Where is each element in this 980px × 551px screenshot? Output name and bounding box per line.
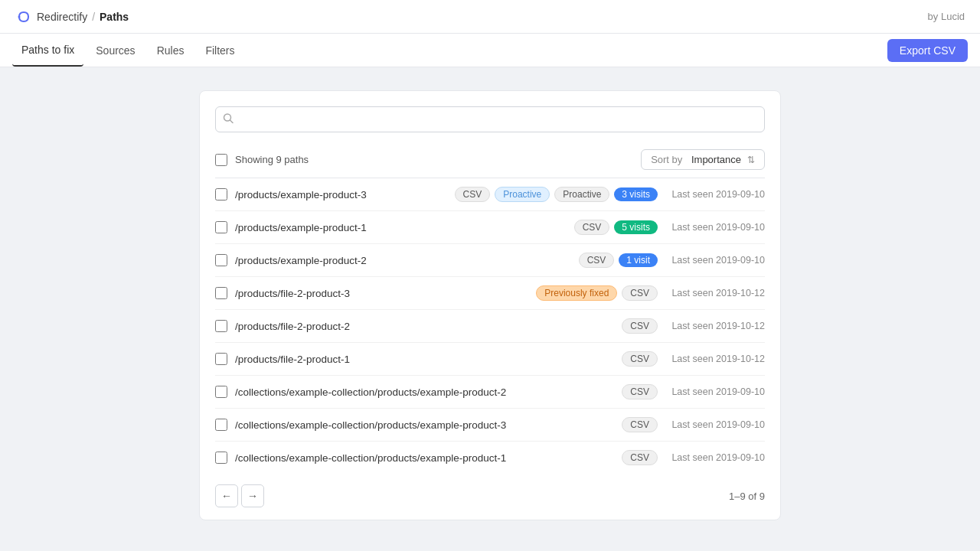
csv-badge: CSV [622, 417, 658, 432]
proactive-badge: Proactive [554, 187, 609, 202]
table-header-left: Showing 9 paths [215, 154, 309, 166]
sort-arrows-icon: ⇅ [747, 155, 755, 165]
nav-links: Paths to fix Sources Rules Filters [12, 34, 244, 67]
row-checkbox[interactable] [215, 452, 227, 464]
page-title: Paths [100, 11, 129, 23]
row-badges: CSV [622, 384, 658, 399]
export-csv-button[interactable]: Export CSV [887, 39, 968, 62]
csv-badge: CSV [622, 318, 658, 334]
header-left: Redirectify / Paths [15, 8, 129, 25]
table-row: /products/file-2-product-1CSVLast seen 2… [215, 343, 765, 376]
main-content: Showing 9 paths Sort by Importance ⇅ /pr… [0, 67, 980, 551]
table-row: /collections/example-collection/products… [215, 376, 765, 409]
visits-badge: 1 visit [619, 253, 658, 267]
header: Redirectify / Paths by Lucid [0, 0, 980, 34]
last-seen: Last seen 2019-10-12 [665, 321, 765, 331]
next-page-button[interactable]: → [241, 484, 264, 507]
nav-bar: Paths to fix Sources Rules Filters Expor… [0, 34, 980, 67]
row-badges: CSV [622, 450, 658, 465]
row-badges: CSV5 visits [574, 220, 658, 235]
row-badges: CSV1 visit [579, 253, 658, 268]
nav-sources[interactable]: Sources [87, 34, 144, 67]
last-seen: Last seen 2019-10-12 [665, 354, 765, 364]
row-badges: CSV [622, 318, 658, 334]
last-seen: Last seen 2019-10-12 [665, 288, 765, 298]
path-text: /collections/example-collection/products… [235, 386, 614, 398]
path-text: /products/file-2-product-1 [235, 354, 614, 365]
visits-badge: 5 visits [614, 220, 658, 234]
select-all-checkbox[interactable] [215, 154, 227, 166]
proactive-badge: Proactive [495, 187, 550, 202]
brand-name: Redirectify [37, 11, 87, 23]
last-seen: Last seen 2019-09-10 [665, 222, 765, 233]
paths-list: /products/example-product-3CSVProactiveP… [215, 178, 765, 474]
table-header: Showing 9 paths Sort by Importance ⇅ [215, 145, 765, 178]
pagination-info: 1–9 of 9 [729, 491, 765, 502]
last-seen: Last seen 2019-09-10 [665, 255, 765, 266]
csv-badge: CSV [455, 187, 491, 202]
last-seen: Last seen 2019-09-10 [665, 419, 765, 430]
search-wrap [215, 106, 765, 132]
csv-badge: CSV [622, 450, 658, 465]
csv-badge: CSV [579, 253, 615, 268]
path-text: /products/file-2-product-2 [235, 321, 614, 332]
csv-badge: CSV [574, 220, 610, 235]
nav-paths-to-fix[interactable]: Paths to fix [12, 34, 83, 67]
table-row: /collections/example-collection/products… [215, 409, 765, 442]
path-text: /products/example-product-1 [235, 222, 567, 233]
sort-button[interactable]: Sort by Importance ⇅ [641, 149, 765, 170]
table-row: /products/example-product-3CSVProactiveP… [215, 178, 765, 211]
last-seen: Last seen 2019-09-10 [665, 386, 765, 397]
search-input[interactable] [215, 106, 765, 132]
visits-badge: 3 visits [614, 187, 658, 201]
header-separator: / [92, 11, 95, 23]
row-badges: CSVProactiveProactive3 visits [455, 187, 658, 202]
pagination-buttons: ← → [215, 484, 264, 507]
row-checkbox[interactable] [215, 419, 227, 431]
path-text: /products/file-2-product-3 [235, 288, 528, 299]
row-checkbox[interactable] [215, 320, 227, 332]
previously-fixed-badge: Previously fixed [536, 285, 617, 301]
path-text: /collections/example-collection/products… [235, 452, 614, 464]
last-seen: Last seen 2019-09-10 [665, 189, 765, 200]
nav-filters[interactable]: Filters [196, 34, 243, 67]
table-row: /products/file-2-product-3Previously fix… [215, 277, 765, 310]
row-checkbox[interactable] [215, 254, 227, 266]
csv-badge: CSV [622, 384, 658, 399]
row-checkbox[interactable] [215, 188, 227, 201]
row-checkbox[interactable] [215, 353, 227, 365]
sort-value: Importance [691, 154, 741, 165]
row-checkbox[interactable] [215, 386, 227, 398]
row-badges: CSV [622, 417, 658, 432]
table-row: /products/example-product-1CSV5 visitsLa… [215, 211, 765, 244]
prev-page-button[interactable]: ← [215, 484, 238, 507]
path-text: /collections/example-collection/products… [235, 419, 614, 431]
row-badges: CSV [622, 351, 658, 367]
table-row: /collections/example-collection/products… [215, 442, 765, 474]
table-row: /products/file-2-product-2CSVLast seen 2… [215, 310, 765, 343]
svg-point-0 [18, 15, 21, 18]
path-text: /products/example-product-2 [235, 255, 571, 266]
nav-rules[interactable]: Rules [148, 34, 194, 67]
row-checkbox[interactable] [215, 287, 227, 299]
table-row: /products/example-product-2CSV1 visitLas… [215, 244, 765, 277]
csv-badge: CSV [622, 285, 658, 301]
last-seen: Last seen 2019-09-10 [665, 452, 765, 463]
row-badges: Previously fixedCSV [536, 285, 658, 301]
header-by: by Lucid [928, 11, 965, 22]
path-text: /products/example-product-3 [235, 189, 447, 201]
showing-count: Showing 9 paths [235, 154, 309, 165]
paths-card: Showing 9 paths Sort by Importance ⇅ /pr… [199, 90, 781, 520]
row-checkbox[interactable] [215, 221, 227, 233]
csv-badge: CSV [622, 351, 658, 367]
pagination: ← → 1–9 of 9 [215, 484, 765, 507]
logo-icon [15, 8, 32, 25]
sort-label: Sort by [651, 154, 682, 165]
